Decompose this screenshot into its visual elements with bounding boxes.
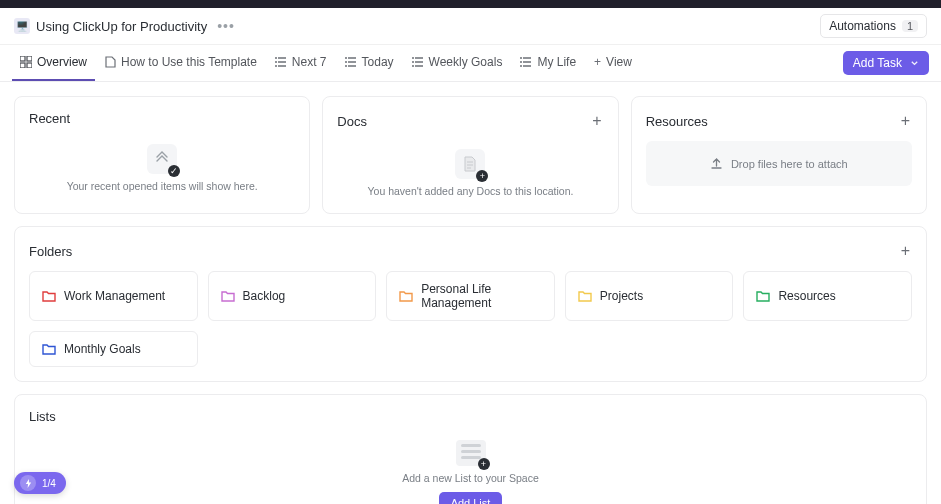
resources-card: Resources + Drop files here to attach xyxy=(631,96,927,214)
folders-title: Folders xyxy=(29,244,72,259)
more-options-icon[interactable]: ••• xyxy=(213,18,239,34)
page-header: 🖥️ Using ClickUp for Productivity ••• Au… xyxy=(0,8,941,45)
folder-tile[interactable]: Personal Life Management xyxy=(386,271,555,321)
svg-point-26 xyxy=(520,61,522,63)
grid-icon xyxy=(20,56,32,68)
tab-label: Overview xyxy=(37,55,87,69)
automations-label: Automations xyxy=(829,19,896,33)
tab-label: View xyxy=(606,55,632,69)
folder-tile[interactable]: Projects xyxy=(565,271,734,321)
bolt-icon xyxy=(20,475,36,491)
tab-how-to-use[interactable]: How to Use this Template xyxy=(97,45,265,81)
folder-tile[interactable]: Work Management xyxy=(29,271,198,321)
recent-empty-icon: ✓ xyxy=(147,144,177,174)
list-icon xyxy=(520,56,532,68)
plus-icon: + xyxy=(594,55,601,69)
view-tabs: Overview How to Use this Template Next 7… xyxy=(0,45,941,82)
lists-title: Lists xyxy=(29,409,56,424)
svg-rect-1 xyxy=(27,56,32,61)
add-resource-button[interactable]: + xyxy=(899,111,912,131)
tab-label: Next 7 xyxy=(292,55,327,69)
folder-name: Personal Life Management xyxy=(421,282,542,310)
add-folder-button[interactable]: + xyxy=(899,241,912,261)
progress-label: 1/4 xyxy=(42,478,56,489)
list-icon xyxy=(345,56,357,68)
tab-next-7[interactable]: Next 7 xyxy=(267,45,335,81)
svg-point-8 xyxy=(275,61,277,63)
folder-icon xyxy=(399,290,413,302)
docs-card: Docs + + You haven't added any Docs to t… xyxy=(322,96,618,214)
folder-tile[interactable]: Monthly Goals xyxy=(29,331,198,367)
tab-add-view[interactable]: + View xyxy=(586,45,640,81)
folder-tile[interactable]: Resources xyxy=(743,271,912,321)
lists-card: Lists + Add a new List to your Space Add… xyxy=(14,394,927,504)
folder-name: Resources xyxy=(778,289,835,303)
folders-card: Folders + Work Management Backlog Person… xyxy=(14,226,927,382)
dropzone-text: Drop files here to attach xyxy=(731,158,848,170)
folder-tile[interactable]: Backlog xyxy=(208,271,377,321)
automations-button[interactable]: Automations 1 xyxy=(820,14,927,38)
add-task-label: Add Task xyxy=(853,56,902,70)
svg-point-19 xyxy=(412,57,414,59)
tab-label: Today xyxy=(362,55,394,69)
resources-title: Resources xyxy=(646,114,708,129)
chevron-down-icon xyxy=(910,59,919,68)
page-title: Using ClickUp for Productivity xyxy=(36,19,207,34)
svg-rect-2 xyxy=(20,63,25,68)
svg-point-9 xyxy=(275,65,277,67)
svg-rect-3 xyxy=(27,63,32,68)
doc-empty-icon: + xyxy=(455,149,485,179)
tab-my-life[interactable]: My Life xyxy=(512,45,584,81)
upload-icon xyxy=(710,157,723,170)
add-doc-button[interactable]: + xyxy=(590,111,603,131)
list-icon xyxy=(412,56,424,68)
plus-badge-icon: + xyxy=(478,458,490,470)
recent-card: Recent ✓ Your recent opened items will s… xyxy=(14,96,310,214)
folder-icon xyxy=(578,290,592,302)
tab-label: How to Use this Template xyxy=(121,55,257,69)
tab-today[interactable]: Today xyxy=(337,45,402,81)
recent-empty-text: Your recent opened items will show here. xyxy=(67,180,258,192)
plus-badge-icon: + xyxy=(476,170,488,182)
tab-label: My Life xyxy=(537,55,576,69)
tab-label: Weekly Goals xyxy=(429,55,503,69)
docs-empty-text: You haven't added any Docs to this locat… xyxy=(368,185,574,197)
svg-point-13 xyxy=(345,57,347,59)
recent-title: Recent xyxy=(29,111,70,126)
folder-icon xyxy=(221,290,235,302)
svg-point-25 xyxy=(520,57,522,59)
tab-weekly-goals[interactable]: Weekly Goals xyxy=(404,45,511,81)
docs-title: Docs xyxy=(337,114,367,129)
space-icon: 🖥️ xyxy=(14,18,30,34)
list-icon xyxy=(275,56,287,68)
svg-point-14 xyxy=(345,61,347,63)
folder-name: Monthly Goals xyxy=(64,342,141,356)
svg-point-15 xyxy=(345,65,347,67)
tab-overview[interactable]: Overview xyxy=(12,45,95,81)
automations-count-badge: 1 xyxy=(902,20,918,32)
folder-name: Backlog xyxy=(243,289,286,303)
folder-name: Projects xyxy=(600,289,643,303)
folder-icon xyxy=(42,343,56,355)
add-list-button[interactable]: Add List xyxy=(439,492,503,504)
list-empty-icon: + xyxy=(456,440,486,466)
svg-point-27 xyxy=(520,65,522,67)
svg-point-20 xyxy=(412,61,414,63)
onboarding-progress-pill[interactable]: 1/4 xyxy=(14,472,66,494)
add-task-button[interactable]: Add Task xyxy=(843,51,929,75)
check-badge-icon: ✓ xyxy=(168,165,180,177)
svg-point-7 xyxy=(275,57,277,59)
folder-icon xyxy=(42,290,56,302)
folder-name: Work Management xyxy=(64,289,165,303)
file-dropzone[interactable]: Drop files here to attach xyxy=(646,141,912,186)
svg-point-21 xyxy=(412,65,414,67)
svg-rect-0 xyxy=(20,56,25,61)
lists-empty-text: Add a new List to your Space xyxy=(402,472,539,484)
doc-icon xyxy=(105,56,116,68)
window-top-bar xyxy=(0,0,941,8)
folder-icon xyxy=(756,290,770,302)
